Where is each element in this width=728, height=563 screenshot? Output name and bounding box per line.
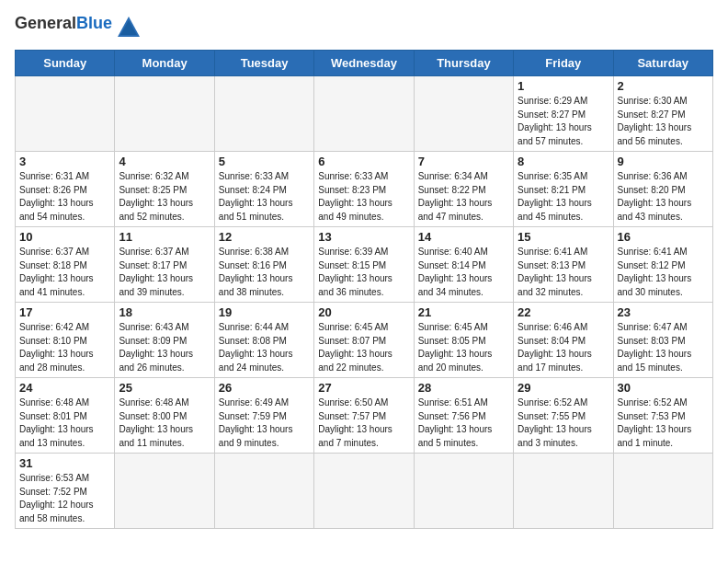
day-info: Sunrise: 6:37 AM Sunset: 8:17 PM Dayligh… (119, 246, 210, 299)
day-info: Sunrise: 6:37 AM Sunset: 8:18 PM Dayligh… (19, 246, 110, 299)
day-number: 19 (219, 305, 310, 319)
calendar-cell (314, 76, 414, 152)
day-info: Sunrise: 6:39 AM Sunset: 8:15 PM Dayligh… (318, 246, 409, 299)
calendar-cell: 21Sunrise: 6:45 AM Sunset: 8:05 PM Dayli… (414, 303, 513, 378)
day-number: 14 (418, 230, 509, 244)
calendar-cell: 15Sunrise: 6:41 AM Sunset: 8:13 PM Dayli… (514, 227, 613, 303)
calendar-cell: 4Sunrise: 6:32 AM Sunset: 8:25 PM Daylig… (115, 152, 214, 227)
day-header-saturday: Saturday (613, 51, 712, 76)
calendar-cell: 27Sunrise: 6:50 AM Sunset: 7:57 PM Dayli… (314, 378, 414, 454)
day-info: Sunrise: 6:38 AM Sunset: 8:16 PM Dayligh… (219, 246, 310, 299)
day-number: 3 (19, 155, 110, 168)
day-info: Sunrise: 6:31 AM Sunset: 8:26 PM Dayligh… (19, 170, 110, 224)
calendar-cell: 8Sunrise: 6:35 AM Sunset: 8:21 PM Daylig… (514, 152, 613, 227)
day-number: 10 (19, 230, 110, 244)
day-info: Sunrise: 6:46 AM Sunset: 8:04 PM Dayligh… (518, 321, 609, 374)
day-header-thursday: Thursday (414, 51, 513, 76)
day-info: Sunrise: 6:52 AM Sunset: 7:53 PM Dayligh… (618, 396, 709, 450)
day-number: 21 (418, 305, 509, 319)
day-info: Sunrise: 6:44 AM Sunset: 8:08 PM Dayligh… (219, 321, 310, 374)
calendar-cell: 29Sunrise: 6:52 AM Sunset: 7:55 PM Dayli… (514, 378, 613, 454)
day-number: 15 (518, 230, 609, 244)
calendar-cell (214, 76, 313, 152)
day-header-wednesday: Wednesday (314, 51, 414, 76)
calendar-cell (115, 76, 214, 152)
calendar-cell: 24Sunrise: 6:48 AM Sunset: 8:01 PM Dayli… (16, 378, 115, 454)
day-number: 24 (19, 381, 110, 395)
day-info: Sunrise: 6:41 AM Sunset: 8:12 PM Dayligh… (618, 246, 709, 299)
day-number: 1 (518, 79, 609, 93)
day-number: 9 (618, 155, 709, 168)
day-number: 27 (318, 381, 409, 395)
day-info: Sunrise: 6:52 AM Sunset: 7:55 PM Dayligh… (518, 396, 609, 450)
calendar-cell: 9Sunrise: 6:36 AM Sunset: 8:20 PM Daylig… (613, 152, 712, 227)
calendar-cell: 30Sunrise: 6:52 AM Sunset: 7:53 PM Dayli… (613, 378, 712, 454)
calendar-cell: 28Sunrise: 6:51 AM Sunset: 7:56 PM Dayli… (414, 378, 513, 454)
day-info: Sunrise: 6:32 AM Sunset: 8:25 PM Dayligh… (119, 170, 210, 224)
day-info: Sunrise: 6:35 AM Sunset: 8:21 PM Dayligh… (518, 170, 609, 224)
calendar-cell: 5Sunrise: 6:33 AM Sunset: 8:24 PM Daylig… (214, 152, 313, 227)
logo: GeneralBlue (15, 15, 142, 40)
calendar-cell: 10Sunrise: 6:37 AM Sunset: 8:18 PM Dayli… (16, 227, 115, 303)
day-number: 7 (418, 155, 509, 168)
calendar-cell: 13Sunrise: 6:39 AM Sunset: 8:15 PM Dayli… (314, 227, 414, 303)
day-info: Sunrise: 6:40 AM Sunset: 8:14 PM Dayligh… (418, 246, 509, 299)
day-info: Sunrise: 6:50 AM Sunset: 7:57 PM Dayligh… (318, 396, 409, 450)
day-info: Sunrise: 6:33 AM Sunset: 8:23 PM Dayligh… (318, 170, 409, 224)
day-info: Sunrise: 6:42 AM Sunset: 8:10 PM Dayligh… (19, 321, 110, 374)
calendar-cell: 17Sunrise: 6:42 AM Sunset: 8:10 PM Dayli… (16, 303, 115, 378)
day-number: 4 (119, 155, 210, 168)
day-number: 20 (318, 305, 409, 319)
calendar-cell (214, 454, 313, 529)
day-header-friday: Friday (514, 51, 613, 76)
day-number: 2 (618, 79, 709, 93)
calendar-cell: 12Sunrise: 6:38 AM Sunset: 8:16 PM Dayli… (214, 227, 313, 303)
day-number: 5 (219, 155, 310, 168)
day-number: 31 (19, 456, 110, 470)
day-header-tuesday: Tuesday (214, 51, 313, 76)
calendar-cell: 19Sunrise: 6:44 AM Sunset: 8:08 PM Dayli… (214, 303, 313, 378)
day-number: 29 (518, 381, 609, 395)
day-info: Sunrise: 6:49 AM Sunset: 7:59 PM Dayligh… (219, 396, 310, 450)
logo-icon (116, 15, 142, 40)
day-info: Sunrise: 6:53 AM Sunset: 7:52 PM Dayligh… (19, 472, 110, 525)
calendar-cell: 7Sunrise: 6:34 AM Sunset: 8:22 PM Daylig… (414, 152, 513, 227)
day-info: Sunrise: 6:47 AM Sunset: 8:03 PM Dayligh… (618, 321, 709, 374)
day-number: 22 (518, 305, 609, 319)
calendar-cell: 18Sunrise: 6:43 AM Sunset: 8:09 PM Dayli… (115, 303, 214, 378)
day-number: 25 (119, 381, 210, 395)
calendar-cell (115, 454, 214, 529)
day-number: 11 (119, 230, 210, 244)
calendar-cell: 14Sunrise: 6:40 AM Sunset: 8:14 PM Dayli… (414, 227, 513, 303)
calendar-cell: 26Sunrise: 6:49 AM Sunset: 7:59 PM Dayli… (214, 378, 313, 454)
day-info: Sunrise: 6:45 AM Sunset: 8:07 PM Dayligh… (318, 321, 409, 374)
day-number: 26 (219, 381, 310, 395)
calendar-cell: 22Sunrise: 6:46 AM Sunset: 8:04 PM Dayli… (514, 303, 613, 378)
calendar-cell (514, 454, 613, 529)
calendar-cell (414, 76, 513, 152)
calendar-cell: 25Sunrise: 6:48 AM Sunset: 8:00 PM Dayli… (115, 378, 214, 454)
day-header-monday: Monday (115, 51, 214, 76)
day-number: 12 (219, 230, 310, 244)
day-number: 16 (618, 230, 709, 244)
day-info: Sunrise: 6:29 AM Sunset: 8:27 PM Dayligh… (518, 95, 609, 148)
calendar-table: SundayMondayTuesdayWednesdayThursdayFrid… (15, 50, 713, 529)
day-info: Sunrise: 6:43 AM Sunset: 8:09 PM Dayligh… (119, 321, 210, 374)
calendar-cell (16, 76, 115, 152)
day-number: 13 (318, 230, 409, 244)
day-info: Sunrise: 6:45 AM Sunset: 8:05 PM Dayligh… (418, 321, 509, 374)
day-header-sunday: Sunday (16, 51, 115, 76)
calendar-cell: 6Sunrise: 6:33 AM Sunset: 8:23 PM Daylig… (314, 152, 414, 227)
day-info: Sunrise: 6:36 AM Sunset: 8:20 PM Dayligh… (618, 170, 709, 224)
day-info: Sunrise: 6:48 AM Sunset: 8:00 PM Dayligh… (119, 396, 210, 450)
day-number: 6 (318, 155, 409, 168)
day-number: 23 (618, 305, 709, 319)
day-number: 17 (19, 305, 110, 319)
calendar-cell (613, 454, 712, 529)
calendar-cell (414, 454, 513, 529)
calendar-cell: 1Sunrise: 6:29 AM Sunset: 8:27 PM Daylig… (514, 76, 613, 152)
day-info: Sunrise: 6:48 AM Sunset: 8:01 PM Dayligh… (19, 396, 110, 450)
day-info: Sunrise: 6:41 AM Sunset: 8:13 PM Dayligh… (518, 246, 609, 299)
day-number: 28 (418, 381, 509, 395)
calendar-cell: 11Sunrise: 6:37 AM Sunset: 8:17 PM Dayli… (115, 227, 214, 303)
